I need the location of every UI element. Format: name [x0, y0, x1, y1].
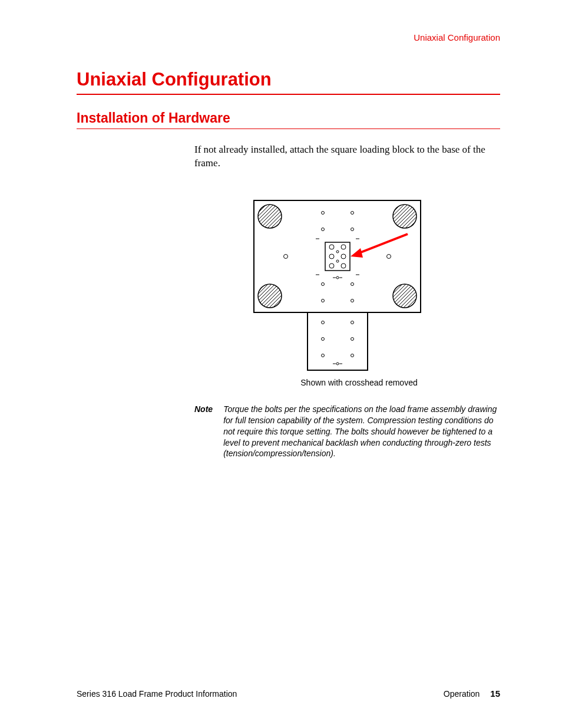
loading-block-diagram-icon — [253, 200, 421, 371]
svg-point-10 — [351, 228, 354, 230]
svg-point-8 — [351, 211, 354, 214]
svg-line-31 — [356, 234, 408, 254]
svg-point-5 — [284, 254, 288, 258]
section-title: Installation of Hardware — [77, 110, 500, 126]
figure-caption: Shown with crosshead removed — [218, 378, 500, 387]
svg-point-3 — [258, 284, 282, 308]
arrow-icon — [351, 234, 408, 258]
svg-point-12 — [351, 282, 354, 285]
svg-point-40 — [336, 363, 339, 365]
svg-point-28 — [336, 276, 339, 279]
svg-rect-33 — [308, 312, 368, 370]
svg-point-9 — [322, 228, 325, 230]
note-body: Torque the bolts per the specifications … — [223, 404, 500, 459]
svg-point-35 — [351, 321, 354, 324]
svg-point-34 — [322, 321, 325, 324]
svg-point-1 — [258, 205, 282, 228]
body-paragraph: If not already installed, attach the squ… — [194, 143, 500, 170]
svg-point-11 — [322, 282, 325, 285]
chapter-title: Uniaxial Configuration — [77, 69, 500, 90]
svg-point-13 — [322, 299, 325, 302]
running-head: Uniaxial Configuration — [77, 32, 500, 42]
footer-document-title: Series 316 Load Frame Product Informatio… — [77, 689, 237, 699]
svg-point-38 — [322, 354, 325, 357]
svg-rect-19 — [325, 242, 350, 271]
footer-section-name: Operation — [444, 689, 480, 699]
figure — [253, 200, 500, 371]
svg-point-36 — [322, 337, 325, 340]
chapter-rule — [77, 94, 500, 95]
svg-point-39 — [351, 354, 354, 357]
page-footer: Series 316 Load Frame Product Informatio… — [77, 689, 500, 699]
page-number: 15 — [490, 689, 500, 699]
svg-point-4 — [393, 284, 416, 308]
note-label: Note — [194, 404, 213, 459]
svg-marker-32 — [351, 248, 363, 258]
svg-point-7 — [322, 211, 325, 214]
section-rule — [77, 129, 500, 129]
svg-point-14 — [351, 299, 354, 302]
svg-point-2 — [393, 205, 416, 228]
svg-point-6 — [387, 254, 391, 258]
svg-point-37 — [351, 337, 354, 340]
note-block: Note Torque the bolts per the specificat… — [194, 404, 500, 459]
